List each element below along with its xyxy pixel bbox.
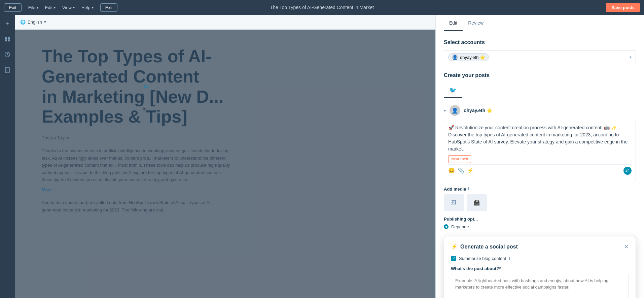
- summarize-checkbox-row: ✓ Summarize blog content ℹ: [451, 256, 629, 261]
- sidebar-add-icon[interactable]: +: [3, 19, 12, 28]
- collapse-chevron-icon[interactable]: ▾: [444, 108, 446, 113]
- svg-rect-1: [8, 37, 10, 39]
- post-about-label: What's the post about?*: [451, 266, 629, 271]
- char-count-badge: 24: [623, 167, 632, 175]
- post-about-textarea[interactable]: [451, 274, 629, 298]
- sidebar-page-icon[interactable]: [3, 65, 12, 75]
- publishing-label: Publishing opt...: [444, 217, 636, 222]
- generate-title: ⚡ Generate a social post: [451, 243, 518, 250]
- blog-author: Tristen Taylor: [42, 135, 408, 140]
- blog-preview: 🌐 English ▾ 🐦 f in The Top Types of AI-G…: [15, 15, 435, 298]
- help-chevron-icon: ▾: [92, 6, 94, 9]
- publishing-radio-option[interactable]: Depende...: [444, 224, 636, 229]
- generate-social-post-modal: ⚡ Generate a social post ✕ ✓ Summarize b…: [444, 236, 636, 298]
- post-card-username: ohyay.eth ⭐: [464, 108, 492, 113]
- emoji-toolbar-icon[interactable]: 😊: [448, 167, 455, 175]
- tab-review[interactable]: Review: [463, 15, 489, 31]
- help-menu[interactable]: Help ▾: [79, 4, 96, 11]
- add-media-section: Add media ℹ 🖼 🎬: [444, 187, 636, 211]
- blog-content-area: 🐦 f in The Top Types of AI-Generated Con…: [15, 30, 435, 298]
- post-card-avatar: 👤: [450, 105, 460, 116]
- file-label: File: [28, 5, 35, 10]
- left-sidebar: +: [0, 15, 15, 298]
- view-label: View: [62, 5, 72, 10]
- attachment-toolbar-icon[interactable]: 📎: [458, 167, 464, 175]
- summarize-label: Summarize blog content: [459, 256, 506, 261]
- exit-button[interactable]: Exit: [100, 3, 118, 12]
- edit-chevron-icon: ▾: [54, 6, 56, 9]
- generate-header: ⚡ Generate a social post ✕: [451, 243, 629, 251]
- check-icon: ✓: [452, 256, 455, 261]
- panel-content: Select accounts 👤 ohyay.eth ⭐ ▾ Create y…: [436, 31, 644, 298]
- edit-menu[interactable]: Edit ▾: [42, 4, 58, 11]
- near-limit-badge: Near Limit: [448, 155, 471, 163]
- generate-title-text: Generate a social post: [460, 244, 518, 250]
- globe-icon: 🌐: [20, 20, 26, 25]
- select-accounts-title: Select accounts: [444, 39, 636, 45]
- add-media-label: Add media ℹ: [444, 187, 636, 192]
- post-text-box[interactable]: 🚀 Revolutionize your content creation pr…: [444, 120, 636, 181]
- topbar-title: The Top Types of AI-Generated Content in…: [270, 5, 374, 10]
- tab-edit[interactable]: Edit: [444, 15, 463, 31]
- topbar-menu: File ▾ Edit ▾ View ▾ Help ▾: [26, 4, 96, 11]
- radio-dot: [444, 224, 449, 229]
- lightning-toolbar-icon[interactable]: ⚡: [467, 167, 474, 175]
- media-image-placeholder[interactable]: 🖼: [444, 194, 464, 211]
- exit-left-button[interactable]: Exit: [4, 3, 22, 12]
- svg-rect-0: [5, 37, 7, 39]
- account-avatar: 👤: [452, 54, 458, 60]
- panel-tabs: Edit Review: [436, 15, 644, 31]
- right-panel: Edit Review Select accounts 👤 ohyay.eth …: [435, 15, 644, 298]
- sidebar-history-icon[interactable]: [3, 50, 12, 59]
- account-select-wrapper: 👤 ohyay.eth ⭐ ▾: [444, 50, 636, 64]
- create-posts-title: Create your posts: [444, 72, 636, 78]
- svg-rect-3: [8, 39, 10, 41]
- blog-more-button[interactable]: More: [42, 187, 52, 192]
- add-media-label-text: Add media: [444, 187, 466, 192]
- post-text-content: 🚀 Revolutionize your content creation pr…: [448, 124, 632, 153]
- account-chip: 👤 ohyay.eth ⭐: [448, 53, 489, 61]
- help-label: Help: [81, 5, 91, 10]
- save-posts-button[interactable]: Save posts: [606, 3, 640, 12]
- generate-close-button[interactable]: ✕: [624, 243, 629, 251]
- account-select[interactable]: 👤 ohyay.eth ⭐ ▾: [444, 50, 636, 64]
- post-card: ▾ 👤 ohyay.eth ⭐ 🚀 Revolutionize your con…: [444, 105, 636, 229]
- publishing-option-label: Depende...: [451, 224, 473, 229]
- generate-lightning-icon: ⚡: [451, 243, 458, 250]
- file-chevron-icon: ▾: [37, 6, 38, 9]
- post-card-header: ▾ 👤 ohyay.eth ⭐: [444, 105, 636, 116]
- language-button[interactable]: 🌐 English ▾: [20, 20, 46, 25]
- view-chevron-icon: ▾: [73, 6, 75, 9]
- account-select-chevron-icon: ▾: [630, 55, 632, 60]
- sidebar-template-icon[interactable]: [3, 34, 12, 44]
- radio-dot-inner: [445, 226, 447, 228]
- twitter-icon: 🐦: [449, 87, 457, 94]
- blog-body-2: And to help understand, we pulled data f…: [42, 199, 230, 213]
- generate-modal-wrapper: ⚡ Generate a social post ✕ ✓ Summarize b…: [444, 236, 636, 298]
- svg-rect-2: [5, 39, 7, 41]
- file-menu[interactable]: File ▾: [26, 4, 41, 11]
- blog-title: The Top Types of AI-Generated Contentin …: [42, 46, 257, 127]
- add-media-info-icon[interactable]: ℹ: [467, 187, 469, 191]
- language-chevron-icon: ▾: [44, 20, 46, 24]
- view-menu[interactable]: View ▾: [60, 4, 77, 11]
- media-placeholders: 🖼 🎬: [444, 194, 636, 211]
- summarize-checkbox[interactable]: ✓: [451, 256, 456, 261]
- account-name: ohyay.eth ⭐: [460, 55, 485, 60]
- language-label: English: [28, 20, 42, 25]
- post-toolbar: 😊 📎 ⚡ 24: [448, 164, 632, 177]
- blog-body-1: Thanks to the advancements in artificial…: [42, 147, 230, 183]
- twitter-tab[interactable]: 🐦: [444, 83, 462, 98]
- publishing-section: Publishing opt... Depende...: [444, 217, 636, 229]
- topbar: Exit File ▾ Edit ▾ View ▾ Help ▾ The Top…: [0, 0, 644, 15]
- twitter-tab-bar: 🐦: [444, 83, 636, 98]
- main-area: + 🌐: [0, 15, 644, 298]
- language-bar: 🌐 English ▾: [15, 15, 435, 30]
- edit-label: Edit: [45, 5, 52, 10]
- summarize-info-icon[interactable]: ℹ: [509, 256, 510, 261]
- media-video-placeholder[interactable]: 🎬: [467, 194, 487, 211]
